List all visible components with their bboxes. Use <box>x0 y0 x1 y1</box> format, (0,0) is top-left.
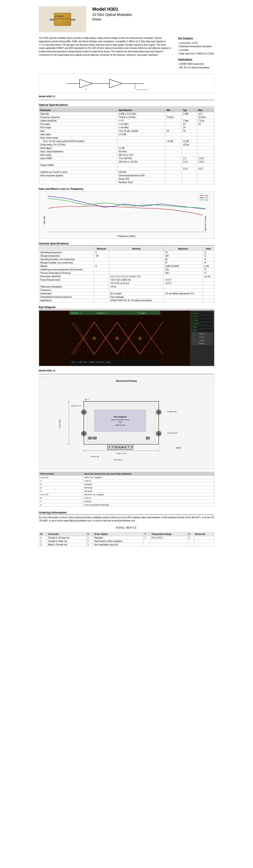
svg-marker-1 <box>79 79 93 88</box>
ordering-code: H301-WXYZ <box>39 524 214 530</box>
cell-name: Ref Dual <box>83 486 214 489</box>
cell-nom <box>109 268 164 271</box>
col-header-spec: Specification <box>117 108 165 112</box>
table-row: Noise figure 11 dB <box>39 146 214 150</box>
gs-col-param <box>39 247 94 251</box>
cell-min <box>165 146 182 150</box>
sidebar-channel1: Channel 1 <box>192 312 213 315</box>
cell-param: Input range <box>39 153 117 157</box>
col-header-param: Parameter <box>39 108 117 112</box>
svg-point-61 <box>122 446 123 447</box>
svg-text:CH1: 1.40V  CH2: 200mV  Time/D: CH1: 1.40V CH2: 200mV Time/Div: 40ps <box>71 361 111 363</box>
gs-col-units: Units <box>203 247 214 251</box>
cell-max: 215 <box>164 268 203 271</box>
table-row: (0 to -10 Vdc using external 510 W resis… <box>39 140 214 143</box>
cell-param: Output amplitude <box>39 119 117 122</box>
cell-max: 2.25:1 <box>197 160 214 163</box>
table-row: Gain 14 to 24 dB, variable 24 26 <box>39 129 214 133</box>
cell-min <box>94 261 109 264</box>
cell-param: Storage temperature <box>39 254 94 257</box>
description-section: The H301 optical modulator driver provid… <box>39 36 214 69</box>
eye-diagram-sidebar: Channel 1 1.40 V 40.0mV Channel 2 200mV … <box>190 311 214 366</box>
cell-max <box>197 150 214 153</box>
svg-text:Pin 1: Pin 1 <box>85 398 89 400</box>
cell-param: Output VSWR <box>39 163 117 167</box>
cell-param: Total power dissipation <box>39 285 94 288</box>
cell-pin: D <box>39 486 83 489</box>
cell-driver: Standard <box>93 536 143 539</box>
ordering-table: W Connector X Driver Option Y Temperatur… <box>39 532 214 547</box>
cell-max: 70 <box>164 251 203 254</box>
svg-text:MADE IN USA: MADE IN USA <box>115 424 125 426</box>
ot-col-temp: Temperature Range <box>150 532 187 536</box>
table-row: 2 Female in, Male out 2 Optimized for JD… <box>39 539 214 543</box>
svg-text:Channel 1: Channel 1 <box>70 312 81 314</box>
cell-unit: °C <box>203 268 214 271</box>
cell-spec <box>117 163 165 167</box>
calibrate-button[interactable]: Calibrate... <box>192 342 213 345</box>
table-row: Pout output >+24 dBm 24 <box>39 126 214 129</box>
cell-w: 3 <box>39 543 47 546</box>
gen-specs-header-row: Minimum Nominal Maximum Units <box>39 247 214 251</box>
cell-max <box>197 163 214 167</box>
cell-unit: cm (in) <box>203 275 214 278</box>
pin-connector-table: Pin/Connector Name (as viewed from top, … <box>39 472 214 507</box>
cell-min <box>94 268 109 271</box>
cell-unit <box>203 288 214 292</box>
cell-pin: 8 <box>39 503 83 506</box>
svg-text:Reference OUT: Reference OUT <box>136 89 148 90</box>
cell-param: Gain control range <box>39 136 117 140</box>
chart-y-label-left: Gain (dB) <box>43 216 45 224</box>
cell-pin: 7 <box>39 500 83 503</box>
cell-typ: 1.9 <box>182 157 197 160</box>
table-row: D Ref Dual <box>39 486 214 489</box>
cursors-button[interactable]: Cursors <box>192 336 213 338</box>
table-row: E General <box>39 483 214 486</box>
measure-button[interactable]: Measure <box>192 333 213 335</box>
table-row: Data rate 2.488 to 12.2 Gb/s 2.488 12.2 <box>39 112 214 116</box>
cell-x: 1 <box>86 536 93 539</box>
cell-typ: 7.0pp <box>182 119 197 122</box>
cell-nom <box>109 257 164 261</box>
cell-typ: 2.6:1 <box>182 167 197 170</box>
ot-col-reserved: Reserved <box>194 532 214 536</box>
cell-name: Det Dual <box>83 489 214 493</box>
table-row: Input VSWR 75 to 200 KHz 1.9 2.25:1 <box>39 157 214 160</box>
cell-max: 85 <box>164 257 203 261</box>
ot-col-driver: Driver Option <box>93 532 143 536</box>
cell-param: Storage humidity, non-condensing <box>39 261 94 264</box>
key-features-list: Low power, 4.9 W Extended temperature op… <box>178 41 214 56</box>
table-row: Frequency response 75 kHz to 10 GHz 75 K… <box>39 116 214 119</box>
key-features-title: Key Features <box>178 36 214 40</box>
cell-max: +0.5 V <box>164 281 203 285</box>
cell-spec <box>117 143 165 146</box>
cell-connector: Female in, Male out <box>47 539 86 543</box>
svg-point-52 <box>157 411 160 413</box>
svg-rect-79 <box>88 437 92 439</box>
svg-rect-80 <box>93 437 97 439</box>
pin-col-name: Name (as viewed from top, traversing clo… <box>83 472 214 475</box>
cell-param: Dimensions (WxDxH) <box>39 275 94 278</box>
table-row: Soldering process temperature (30 second… <box>39 268 214 271</box>
cell-max <box>164 285 203 288</box>
svg-text:(19.60) 0.774: (19.60) 0.774 <box>71 405 81 407</box>
legend-s11: S11 <box>200 197 209 199</box>
cell-param: Altitude <box>39 264 94 268</box>
cell-param: Gain ripple <box>39 133 117 136</box>
display-button[interactable]: Display <box>192 339 213 342</box>
cell-spec: Droop 10% <box>117 177 165 181</box>
cell-nom <box>109 254 164 257</box>
cell-spec: 100 bits <box>117 170 165 174</box>
svg-text:H301: H301 <box>118 422 122 423</box>
cell-name: Vi (8 V) <box>83 496 214 500</box>
cell-typ: 2.488 <box>182 112 197 116</box>
table-row: Storage temperature -40 100 °C <box>39 254 214 257</box>
cell-max <box>164 288 203 292</box>
cell-typ: 24 <box>182 126 197 129</box>
cell-typ <box>182 150 197 153</box>
cell-typ <box>182 174 197 177</box>
table-row: Operating temperature 0 70 °C <box>39 251 214 254</box>
cell-min <box>94 275 109 278</box>
table-row: Output amplitude >+7V 7.0pp 7.5 pp <box>39 119 214 122</box>
cell-min <box>94 299 109 302</box>
